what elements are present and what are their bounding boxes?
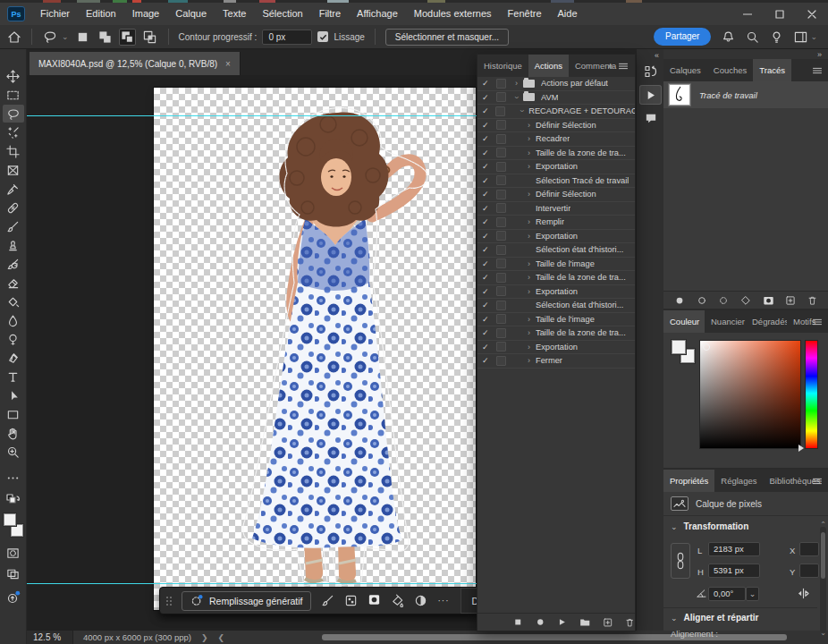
- action-chevron-icon[interactable]: [524, 232, 534, 241]
- action-check-icon[interactable]: [482, 328, 492, 337]
- height-field[interactable]: 5391 px: [708, 564, 760, 578]
- action-chevron-icon[interactable]: [524, 287, 534, 296]
- taskbar-drag-handle[interactable]: [166, 597, 172, 606]
- action-dialog-toggle[interactable]: [496, 217, 506, 227]
- lasso-tool-icon[interactable]: ⌄: [42, 30, 69, 44]
- collapse-panels-icon[interactable]: «: [655, 51, 659, 60]
- action-row[interactable]: Exportation: [477, 341, 635, 355]
- gradient-tool[interactable]: [3, 292, 24, 310]
- menu-item[interactable]: Calque: [167, 3, 215, 25]
- action-dialog-toggle[interactable]: [496, 286, 506, 296]
- action-check-icon[interactable]: [482, 259, 492, 268]
- collapse-dock-icon[interactable]: »: [817, 50, 822, 59]
- action-dialog-toggle[interactable]: [496, 175, 506, 185]
- action-row[interactable]: Taille de l'image: [477, 313, 635, 327]
- action-check-icon[interactable]: [482, 343, 492, 352]
- action-dialog-toggle[interactable]: [496, 258, 506, 268]
- crop-tool[interactable]: [3, 142, 24, 160]
- action-chevron-icon[interactable]: [518, 106, 527, 116]
- action-check-icon[interactable]: [482, 162, 492, 171]
- path-as-selection-icon[interactable]: [718, 295, 729, 306]
- screen-mode-button[interactable]: [3, 564, 24, 582]
- move-tool[interactable]: [3, 67, 24, 85]
- frame-tool[interactable]: [3, 161, 24, 179]
- close-button[interactable]: [796, 3, 828, 25]
- panel-menu-icon[interactable]: [618, 61, 629, 72]
- background-color-swatch[interactable]: [11, 524, 23, 537]
- action-dialog-toggle[interactable]: [496, 162, 506, 172]
- action-dialog-toggle[interactable]: [496, 231, 506, 241]
- action-check-icon[interactable]: [482, 134, 492, 143]
- action-check-icon[interactable]: [482, 148, 492, 157]
- add-mask-icon[interactable]: [763, 295, 774, 306]
- fill-bucket-icon[interactable]: [391, 594, 404, 607]
- select-and-mask-button[interactable]: Sélectionner et masquer...: [385, 29, 509, 46]
- action-dialog-toggle[interactable]: [496, 342, 506, 352]
- new-folder-icon[interactable]: [579, 617, 590, 627]
- home-icon[interactable]: [7, 30, 21, 44]
- panel-menu-icon[interactable]: [812, 476, 823, 487]
- action-check-icon[interactable]: [482, 176, 492, 185]
- action-dialog-toggle[interactable]: [496, 245, 506, 255]
- new-path-icon[interactable]: [785, 295, 796, 306]
- eraser-tool[interactable]: [3, 274, 24, 292]
- menu-item[interactable]: Affichage: [349, 3, 406, 25]
- workspace-switcher-icon[interactable]: ⌄: [794, 30, 817, 44]
- work-path-row[interactable]: Tracé de travail: [663, 81, 828, 108]
- play-action-button[interactable]: [639, 85, 662, 105]
- action-chevron-icon[interactable]: [524, 190, 534, 199]
- document-tab[interactable]: MAXI8040A.psd @ 12,5% (Calque 0, RVB/8) …: [30, 52, 241, 75]
- chevron-down-icon[interactable]: ⌄: [62, 32, 69, 41]
- action-row[interactable]: Remplir: [477, 216, 635, 230]
- action-chevron-icon[interactable]: [524, 162, 534, 171]
- action-dialog-toggle[interactable]: [496, 328, 506, 338]
- panel-expand-icon[interactable]: »: [608, 61, 613, 71]
- shape-tool[interactable]: [3, 405, 24, 423]
- action-chevron-icon[interactable]: [524, 343, 534, 352]
- default-swap-colors-icon[interactable]: [3, 491, 24, 509]
- action-row[interactable]: Actions par défaut: [477, 77, 635, 91]
- new-action-icon[interactable]: [603, 617, 613, 628]
- brush-tool[interactable]: [3, 217, 24, 235]
- selection-to-path-icon[interactable]: [740, 295, 751, 306]
- foreground-background-swatches[interactable]: [3, 513, 24, 537]
- menu-item[interactable]: Sélection: [254, 3, 310, 25]
- brush-quick-icon[interactable]: [321, 594, 334, 607]
- zoom-tool[interactable]: [3, 443, 24, 461]
- new-selection-mode[interactable]: [74, 29, 91, 46]
- panel-tab[interactable]: Propriétés: [663, 470, 714, 492]
- color-picker-ring[interactable]: [703, 343, 710, 351]
- action-check-icon[interactable]: [482, 356, 492, 365]
- menu-item[interactable]: Texte: [215, 3, 254, 25]
- history-brush-tool[interactable]: [3, 255, 24, 273]
- path-thumbnail[interactable]: [669, 84, 690, 106]
- foreground-color-swatch[interactable]: [4, 513, 16, 526]
- properties-scrollbar[interactable]: [820, 527, 826, 632]
- more-options-icon[interactable]: ···: [437, 596, 449, 606]
- action-row[interactable]: Fermer: [477, 354, 635, 369]
- y-field[interactable]: [799, 564, 819, 578]
- action-chevron-icon[interactable]: [524, 217, 534, 226]
- panel-tab[interactable]: Actions: [528, 55, 569, 77]
- action-dialog-toggle[interactable]: [496, 273, 506, 283]
- action-check-icon[interactable]: [482, 190, 492, 199]
- action-chevron-icon[interactable]: [524, 356, 534, 365]
- maximize-button[interactable]: [764, 3, 796, 25]
- lasso-tool[interactable]: [3, 105, 24, 123]
- action-dialog-toggle[interactable]: [496, 356, 506, 366]
- menu-item[interactable]: Filtre: [311, 3, 349, 25]
- action-dialog-toggle[interactable]: [496, 92, 506, 102]
- guide-line-bottom[interactable]: [27, 583, 477, 584]
- action-chevron-icon[interactable]: [524, 148, 534, 157]
- action-chevron-icon[interactable]: [511, 79, 521, 88]
- action-check-icon[interactable]: [482, 204, 492, 213]
- path-selection-tool[interactable]: [3, 386, 24, 404]
- action-row[interactable]: Exportation: [477, 230, 635, 244]
- panel-menu-icon[interactable]: [812, 65, 823, 76]
- action-row[interactable]: Sélection état d'histori...: [477, 243, 635, 258]
- action-check-icon[interactable]: [482, 301, 492, 309]
- action-row[interactable]: Intervertir: [477, 202, 635, 216]
- notifications-bell-icon[interactable]: [722, 30, 735, 44]
- play-icon[interactable]: [557, 617, 567, 627]
- hue-slider[interactable]: [805, 340, 818, 449]
